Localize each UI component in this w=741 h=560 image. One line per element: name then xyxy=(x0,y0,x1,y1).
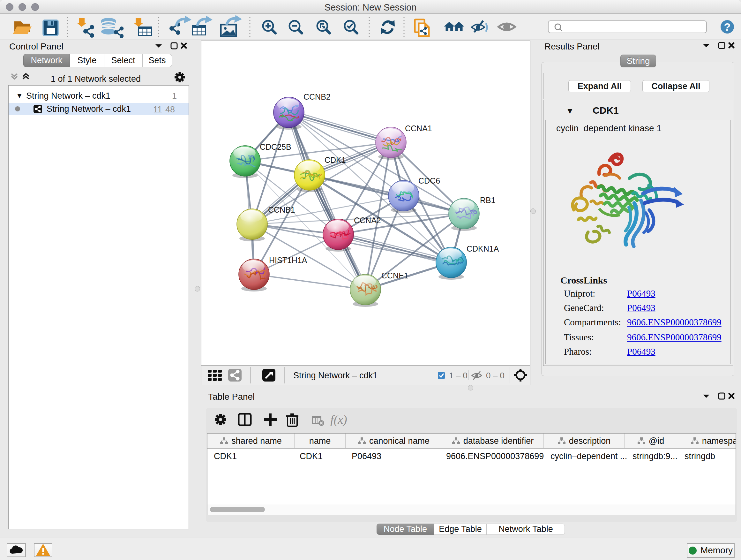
svg-text:0 – 0: 0 – 0 xyxy=(486,371,504,380)
svg-text:CDKN1A: CDKN1A xyxy=(467,244,499,253)
svg-text:HIST1H1A: HIST1H1A xyxy=(269,256,307,265)
svg-text:CDK1: CDK1 xyxy=(325,155,346,165)
svg-text:1 of 1 Network selected: 1 of 1 Network selected xyxy=(51,74,141,84)
svg-text:?: ? xyxy=(724,21,731,33)
svg-text:CCNB2: CCNB2 xyxy=(304,92,331,101)
svg-text:CDC6: CDC6 xyxy=(418,176,440,185)
svg-text:CCNB1: CCNB1 xyxy=(268,205,295,214)
svg-text:CDC25B: CDC25B xyxy=(260,142,291,151)
svg-text:1 – 0: 1 – 0 xyxy=(449,371,468,380)
svg-text:CCNE1: CCNE1 xyxy=(381,271,408,280)
svg-text:CCNA2: CCNA2 xyxy=(354,216,381,225)
svg-text:String Network – cdk1: String Network – cdk1 xyxy=(293,371,378,380)
svg-text:CCNA1: CCNA1 xyxy=(405,124,432,133)
svg-text:RB1: RB1 xyxy=(480,196,495,205)
svg-text:f(x): f(x) xyxy=(330,413,347,427)
